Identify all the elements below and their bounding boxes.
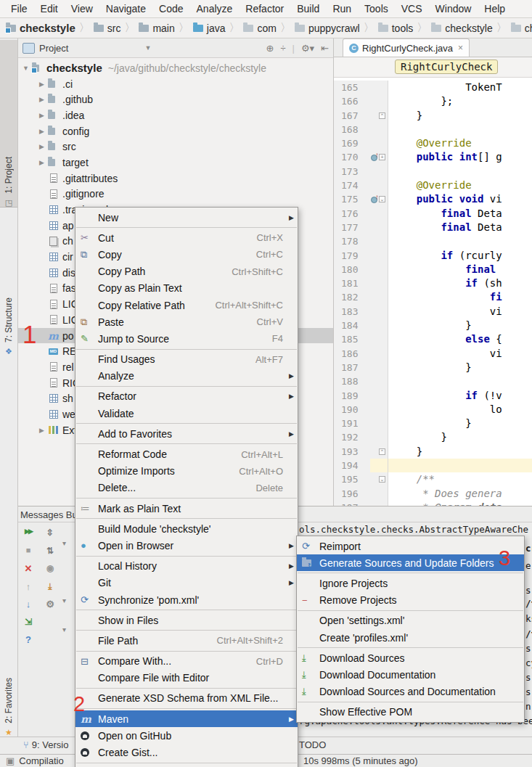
maven-item-download-sources[interactable]: ⤓Download Sources [297,649,524,666]
menu-item-copy-path[interactable]: Copy PathCtrl+Shift+C [75,263,298,280]
tree-expand-icon[interactable]: ▼ [20,65,32,72]
sidebar-tab-structure[interactable]: 7: Structure ❖ [0,214,17,356]
sidebar-tab-favorites[interactable]: 2: Favorites ★ [0,620,17,737]
tab-todo[interactable]: TODO [299,739,326,750]
menu-item-build-module-checkstyle[interactable]: Build Module 'checkstyle' [75,520,298,537]
fold-expand-icon[interactable]: ⌄ [379,476,385,483]
expand-all-button[interactable]: ⇳ [44,528,57,541]
editor-breadcrumb-chip[interactable]: RightCurlyCheck [395,60,498,74]
override-marker-icon[interactable] [371,195,378,202]
chevron-down-icon[interactable]: ▼ [144,44,151,52]
tree-item-config[interactable]: ▶config [18,123,333,139]
breadcrumb-item-java[interactable]: java [193,22,226,34]
maven-item-generate-sources-and-update-folders[interactable]: Generate Sources and Update Folders [297,554,524,571]
tree-expand-icon[interactable]: ▶ [36,128,48,135]
gear-icon[interactable]: ⚙▾ [301,43,314,54]
maven-item-reimport[interactable]: ⟳Reimport [297,538,524,554]
close-button[interactable]: ✕ [22,563,35,576]
menubar-item-file[interactable]: File [4,3,34,15]
menu-item-validate[interactable]: Validate [75,405,298,422]
tree-expand-icon[interactable]: ▶ [36,427,48,434]
tree-item-ci[interactable]: ▶.ci [18,76,333,92]
menubar-item-help[interactable]: Help [478,3,512,15]
compilation-status[interactable]: ▣ Compilatio [6,755,64,766]
menu-item-synchronize-pom-xml[interactable]: ⟳Synchronize 'pom.xml' [75,591,298,608]
tree-item-src[interactable]: ▶src [18,139,333,155]
menu-item-git[interactable]: Git▶ [75,575,298,591]
locate-file-button[interactable]: ⊕ [266,43,274,54]
tree-item-checkstyle[interactable]: ▼checkstyle~/java/github/checkstyle/chec… [18,60,333,76]
menu-item-copy[interactable]: ⧉CopyCtrl+C [75,246,298,263]
menu-item-generate-xsd-schema-from-xml-file[interactable]: Generate XSD Schema from XML File... [75,690,298,707]
code-view[interactable]: 165 TokenT166 };167⌃ }168169 @Override17… [334,78,532,506]
menubar-item-tools[interactable]: Tools [358,3,395,15]
menu-item-create-gist[interactable]: Create Gist... [75,744,298,760]
tree-expand-icon[interactable]: ▶ [36,81,48,88]
menu-item-copy-as-plain-text[interactable]: Copy as Plain Text [75,280,298,297]
breadcrumb-item-tools[interactable]: tools [378,22,414,34]
menubar-item-edit[interactable]: Edit [34,3,65,15]
tree-expand-icon[interactable]: ▶ [36,159,48,166]
fold-collapse-icon[interactable]: ⌃ [379,448,385,455]
override-marker-icon[interactable] [371,153,378,160]
tree-node-collapse-icon[interactable]: ▾ [62,596,66,604]
tree-expand-icon[interactable]: ▶ [36,143,48,150]
menubar-item-refactor[interactable]: Refactor [239,3,290,15]
maven-item-remove-projects[interactable]: −Remove Projects [297,592,524,609]
menu-item-add-to-favorites[interactable]: Add to Favorites▶ [75,425,298,442]
menu-item-mark-as-plain-text[interactable]: ≔Mark as Plain Text [75,500,298,517]
tree-node-collapse-icon[interactable]: ▾ [62,539,66,547]
breadcrumb-item-com[interactable]: com [243,22,276,34]
editor-tab-rightcurlycheck[interactable]: C RightCurlyCheck.java × [343,38,470,57]
sidebar-tab-project[interactable]: 1: Project ◳ [0,40,17,208]
rerun-button[interactable]: ▶▶ [22,528,35,541]
tree-expand-icon[interactable]: ▶ [36,96,48,103]
breadcrumb-item-checkstyle[interactable]: checkstyle [6,22,75,34]
menu-item-jump-to-source[interactable]: ✎Jump to SourceF4 [75,330,298,347]
breadcrumb-item-checkstyle[interactable]: checkstyle [431,22,492,34]
breadcrumb-item-puppycrawl[interactable]: puppycrawl [295,22,360,34]
menubar-item-view[interactable]: View [65,3,99,15]
fold-expand-icon[interactable]: ⌄ [379,196,385,202]
import-button[interactable]: ⤓ [44,581,57,594]
settings-button[interactable]: ⚙ [44,599,57,612]
menu-item-optimize-imports[interactable]: Optimize ImportsCtrl+Alt+O [75,463,298,480]
menu-item-local-history[interactable]: Local History▶ [75,558,298,575]
menubar-item-run[interactable]: Run [326,3,358,15]
menu-item-refactor[interactable]: Refactor▶ [75,388,298,405]
menu-item-paste[interactable]: ⧉PasteCtrl+V [75,313,298,330]
menubar-item-build[interactable]: Build [290,3,326,15]
tree-expand-icon[interactable]: ▶ [36,112,48,119]
maven-item-open-settings-xml[interactable]: Open 'settings.xml' [297,612,524,629]
help-button[interactable]: ? [22,634,35,647]
fold-plus-icon[interactable]: + [379,154,385,160]
menu-item-file-path[interactable]: File PathCtrl+Alt+Shift+2 [75,632,298,649]
tree-item-gitignore[interactable]: .gitignore [18,186,333,202]
export-button[interactable]: ⇲ [22,617,35,630]
menu-item-compare-with[interactable]: ⊟Compare With...Ctrl+D [75,653,298,670]
menu-item-show-in-files[interactable]: Show in Files [75,612,298,628]
menu-item-cut[interactable]: ✂CutCtrl+X [75,229,298,246]
menu-item-maven[interactable]: mMaven▶ [75,710,298,727]
tree-item-target[interactable]: ▶target [18,155,333,171]
breadcrumb-item-checks[interactable]: checks [511,22,532,34]
maven-item-download-sources-and-documentation[interactable]: ⤓Download Sources and Documentation [297,684,524,700]
tree-item-idea[interactable]: ▶.idea [18,107,333,123]
menubar-item-window[interactable]: Window [429,3,478,15]
maven-item-download-documentation[interactable]: ⤓Download Documentation [297,666,524,683]
collapse-all-button[interactable]: ÷ [280,43,285,54]
tab-version-control[interactable]: ⑂ 9: Versio [23,739,68,750]
hide-panel-button[interactable]: ⇤ [321,43,329,54]
menubar-item-analyze[interactable]: Analyze [190,3,240,15]
menu-item-find-usages[interactable]: Find UsagesAlt+F7 [75,351,298,368]
menu-item-add-as-ant-build-file[interactable]: Add as Ant Build File [75,765,298,767]
fold-collapse-icon[interactable]: ⌃ [379,112,385,119]
collapse-all-button[interactable]: ⇅ [44,546,57,559]
menu-item-copy-relative-path[interactable]: Copy Relative PathCtrl+Alt+Shift+C [75,297,298,313]
menubar-item-code[interactable]: Code [152,3,189,15]
down-button[interactable]: ↓ [22,599,35,612]
menubar-item-navigate[interactable]: Navigate [99,3,152,15]
menu-item-compare-file-with-editor[interactable]: Compare File with Editor [75,670,298,686]
tree-item-github[interactable]: ▶.github [18,91,333,107]
maven-item-create-profiles-xml[interactable]: Create 'profiles.xml' [297,629,524,646]
